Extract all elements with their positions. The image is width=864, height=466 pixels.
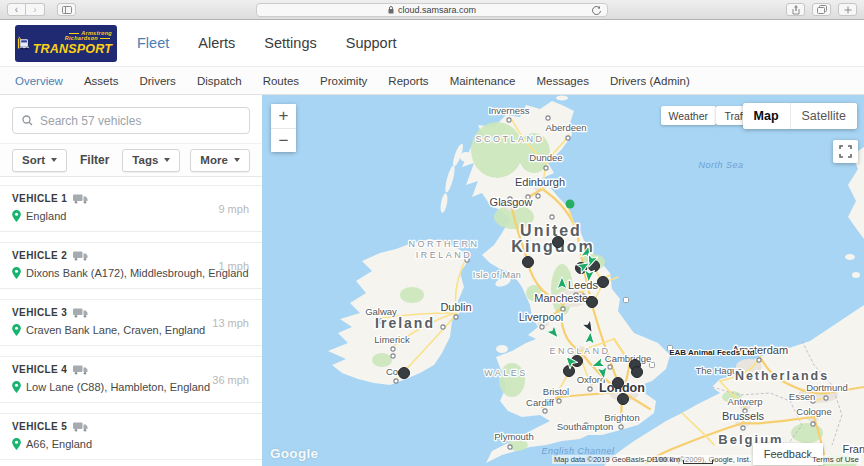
location-pin-icon <box>12 210 21 222</box>
vehicle-cluster-marker[interactable] <box>523 257 534 268</box>
browser-forward-button[interactable]: › <box>26 3 45 16</box>
tab-maintenance[interactable]: Maintenance <box>450 75 516 87</box>
reload-icon[interactable] <box>591 5 602 16</box>
map-canvas[interactable]: InvernessAberdeenDundeeEdinburghGlasgowI… <box>262 95 864 466</box>
tab-drivers[interactable]: Drivers <box>139 75 175 87</box>
location-pin-icon <box>12 381 21 393</box>
vehicle-list-item[interactable]: VEHICLE 2 Dixons Bank (A <box>0 242 262 289</box>
city-dot <box>824 396 828 400</box>
browser-chrome: ‹ › cloud.samsara.com <box>0 0 864 20</box>
browser-url: cloud.samsara.com <box>398 5 476 15</box>
tab-proximity[interactable]: Proximity <box>320 75 367 87</box>
terms-of-use-link[interactable]: Terms of Use <box>810 455 861 464</box>
vehicle-location: Low Lane (C88), Hambleton, England <box>26 381 210 393</box>
poi-square-icon <box>624 298 629 303</box>
truck-icon <box>73 194 88 204</box>
location-pin-icon <box>12 324 21 336</box>
tab-overview[interactable]: Overview <box>15 75 63 87</box>
town-dot <box>550 215 554 219</box>
tab-dispatch[interactable]: Dispatch <box>197 75 242 87</box>
google-logo: Google <box>270 446 318 461</box>
vehicle-cluster-marker[interactable] <box>618 394 629 405</box>
weather-toggle-button[interactable]: Weather <box>661 106 717 125</box>
vehicle-list-item[interactable]: VEHICLE 4 Low Lane (C88) <box>0 356 262 403</box>
zoom-in-button[interactable]: + <box>271 104 296 128</box>
nav-alerts[interactable]: Alerts <box>198 35 235 51</box>
map-city-label: Manchester <box>534 292 592 304</box>
vehicle-name: VEHICLE 2 <box>12 250 67 261</box>
browser-share-button[interactable] <box>786 3 805 16</box>
vehicle-name: VEHICLE 1 <box>12 193 67 204</box>
search-input[interactable] <box>40 114 240 128</box>
vehicle-list-item[interactable]: VEHICLE 5 A66, England <box>0 413 262 460</box>
tab-drivers-admin[interactable]: Drivers (Admin) <box>610 75 690 87</box>
city-dot <box>566 136 570 140</box>
map-city-label: Glasgow <box>490 196 533 208</box>
map-city-label: Cambridge <box>605 353 651 364</box>
map-region-label: ENGLAND <box>549 346 610 356</box>
search-icon <box>22 115 33 126</box>
city-dot <box>391 347 395 351</box>
vehicle-name: VEHICLE 4 <box>12 364 67 375</box>
map-country-label: Netherlands <box>735 369 829 383</box>
sort-button[interactable]: Sort <box>12 149 67 172</box>
nav-settings[interactable]: Settings <box>264 35 316 51</box>
vehicle-speed: 36 mph <box>212 374 249 386</box>
map[interactable]: InvernessAberdeenDundeeEdinburghGlasgowI… <box>262 95 864 466</box>
vehicle-green-dot-marker[interactable] <box>566 200 575 209</box>
location-pin-icon <box>12 438 21 450</box>
vehicle-list-item[interactable]: VEHICLE 3 Craven Bank La <box>0 299 262 346</box>
town-dot <box>546 116 550 120</box>
map-type-satellite-button[interactable]: Satellite <box>790 103 857 129</box>
vehicle-name: VEHICLE 3 <box>12 307 67 318</box>
map-type-map-button[interactable]: Map <box>743 103 790 129</box>
company-logo[interactable]: Armstrong Richardson TRANSPORT <box>15 25 117 62</box>
vehicle-cluster-marker[interactable] <box>613 378 624 389</box>
truck-logo-graphic <box>17 27 31 59</box>
zoom-out-button[interactable]: − <box>271 128 296 152</box>
location-pin-icon <box>12 267 21 279</box>
lock-icon <box>388 6 394 14</box>
city-dot <box>588 387 592 391</box>
map-region-label: NORTHERN <box>409 239 480 249</box>
nav-fleet[interactable]: Fleet <box>137 35 169 51</box>
scale-bar <box>683 460 713 464</box>
vehicle-speed: 9 mph <box>218 203 249 215</box>
browser-url-field[interactable]: cloud.samsara.com <box>256 3 608 17</box>
browser-tabs-button[interactable] <box>812 3 831 16</box>
more-button[interactable]: More <box>190 149 249 172</box>
content: Sort Filter Tags More VEHICLE 1 <box>0 95 864 466</box>
browser-new-tab-button[interactable] <box>838 3 857 16</box>
vehicle-cluster-marker[interactable] <box>553 237 564 248</box>
vehicle-cluster-marker[interactable] <box>632 367 643 378</box>
vehicle-list-item[interactable]: VEHICLE 1 England <box>0 185 262 232</box>
map-city-label: Dundee <box>529 152 562 163</box>
tab-routes[interactable]: Routes <box>263 75 299 87</box>
search-box[interactable] <box>12 107 250 134</box>
truck-icon <box>73 422 88 432</box>
app-header: Armstrong Richardson TRANSPORT Fleet Ale… <box>0 20 864 66</box>
logo-line3: TRANSPORT <box>33 43 112 56</box>
city-dot <box>619 425 623 429</box>
search-row <box>0 95 262 144</box>
map-type-control: Map Satellite <box>743 103 857 129</box>
browser-sidebar-button[interactable] <box>57 3 76 16</box>
tab-reports[interactable]: Reports <box>388 75 428 87</box>
vehicle-cluster-marker[interactable] <box>399 368 410 379</box>
tabs-icon <box>817 5 827 14</box>
vehicle-cluster-marker[interactable] <box>587 297 598 308</box>
nav-support[interactable]: Support <box>346 35 397 51</box>
fullscreen-button[interactable] <box>833 140 858 163</box>
tags-button[interactable]: Tags <box>122 149 180 172</box>
chevron-left-icon: ‹ <box>15 5 18 15</box>
map-poi-label: EAB Animal Feeds Ltd <box>669 348 755 357</box>
vehicle-cluster-marker[interactable] <box>598 277 609 288</box>
tab-messages[interactable]: Messages <box>536 75 588 87</box>
chevron-right-icon: › <box>33 5 36 15</box>
map-city-label: Inverness <box>488 105 529 116</box>
browser-back-button[interactable]: ‹ <box>7 3 26 16</box>
map-city-label: Isle of Man <box>473 270 521 280</box>
tab-assets[interactable]: Assets <box>84 75 119 87</box>
filter-label: Filter <box>80 153 109 167</box>
map-city-label: Limerick <box>374 334 410 345</box>
